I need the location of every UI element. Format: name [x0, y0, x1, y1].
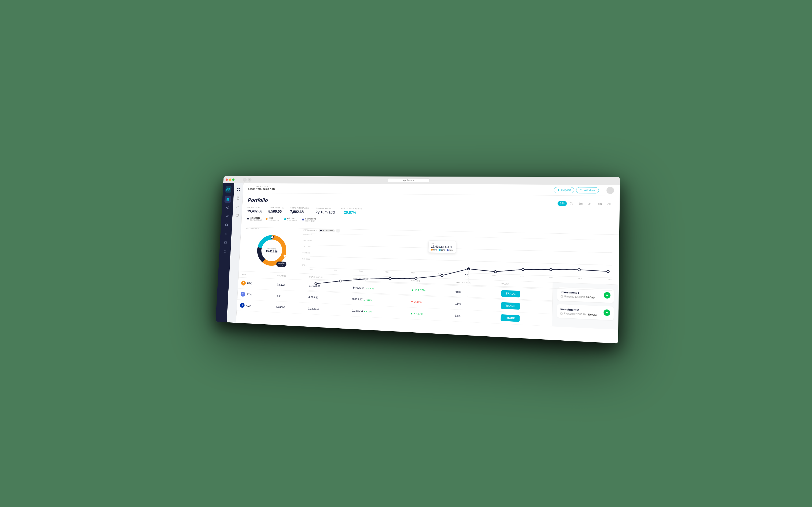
svg-line-34 [311, 245, 613, 252]
btc-icon: ₿ [241, 281, 246, 286]
svg-point-42 [389, 277, 391, 280]
eth-icon: Ξ [240, 291, 245, 297]
ada-change-value: ▲ +7.67% [410, 312, 448, 317]
investment-2-amount: 500 CAD [588, 313, 597, 316]
inner-sidebar-docs[interactable] [235, 195, 241, 201]
svg-rect-4 [228, 200, 229, 201]
tab-1m[interactable]: 1m [576, 201, 585, 206]
maximize-button[interactable] [232, 178, 234, 181]
url-bar[interactable]: apple.com [388, 178, 429, 182]
deposit-button[interactable]: Deposit [554, 187, 574, 193]
investment-2-header: Investment 2 [560, 307, 611, 317]
inner-sidebar-dashboard[interactable] [235, 186, 242, 192]
svg-point-5 [228, 207, 229, 207]
ada-icon: ₳ [240, 303, 245, 308]
tab-3m[interactable]: 3m [586, 201, 595, 206]
tooltip-legend: 68% 22% 10% [431, 248, 453, 251]
svg-point-46 [494, 270, 497, 273]
filter-btc[interactable]: BTC 11,676.61 CAD [266, 217, 280, 221]
sidebar-icon-grid[interactable] [224, 195, 231, 203]
filter-dot-all [247, 218, 249, 219]
investment-2-pause[interactable] [603, 309, 610, 316]
sidebar-icon-settings[interactable] [222, 239, 229, 246]
filter-sub-altcoins: 7,839.24 CAD [287, 219, 298, 222]
stat-growth: PORTFOLIO GROWTH ↑ 20.67% [341, 208, 362, 215]
legend-dot-altcoin [439, 249, 441, 251]
perf-dot [321, 230, 322, 231]
svg-point-31 [271, 236, 274, 239]
ada-purchase: 0.120534 [304, 302, 349, 316]
portfolio-header: Portfolio 24h 7d 1m 3m 6m All [248, 197, 613, 208]
forward-button[interactable]: › [248, 178, 252, 182]
distribution-chart: DISTRIBUTION [244, 227, 300, 270]
asset-cell-ada: ₳ ADA [237, 299, 273, 312]
svg-line-35 [310, 256, 613, 265]
performance-chart: PERFORMANCE All assets + CAD 12 [302, 229, 613, 281]
sidebar-icon-layers[interactable] [223, 222, 230, 229]
altcoins-label: Altcoins22% [276, 262, 287, 267]
filter-sub-stablecoins: 200.70 CAD [305, 220, 316, 222]
sidebar-icon-download[interactable] [223, 230, 229, 237]
svg-rect-58 [561, 313, 563, 315]
tab-all[interactable]: All [605, 202, 613, 207]
withdraw-button[interactable]: Withdraw [576, 187, 599, 193]
inner-sidebar-chart[interactable] [234, 204, 241, 210]
tooltip-date: JULY [431, 242, 453, 245]
sidebar-icon-trending[interactable] [224, 213, 230, 220]
title-bar-center: apple.com [388, 178, 429, 182]
svg-rect-22 [236, 214, 238, 216]
legend-dot-stable [447, 249, 449, 251]
legend-btc-pct: 68% [433, 248, 437, 251]
svg-point-39 [315, 282, 317, 285]
chart-area: CAD 12,500 CAD 10,000 CAD 7,500 CAD 5,00… [302, 233, 613, 281]
ada-portfolio: 12% [451, 309, 497, 324]
tab-24h[interactable]: 24h [558, 201, 567, 206]
svg-rect-3 [227, 200, 228, 201]
tab-6m[interactable]: 6m [595, 201, 604, 206]
svg-rect-63 [607, 312, 608, 314]
svg-rect-2 [228, 198, 229, 199]
perf-add-button[interactable]: + [336, 229, 340, 233]
balance-info: TOTAL BALANCE 0.0502 BTC / 26.08 CAD [248, 186, 275, 191]
stats-row: BALANCE CAD 19,402.68 TOTAL INVESTED 8,5… [247, 206, 613, 219]
svg-point-50 [607, 270, 609, 273]
investment-card-2: Investment 2 [557, 304, 614, 320]
svg-point-40 [339, 280, 341, 282]
ada-balance: 14.0000 [273, 301, 305, 314]
eth-trade-button[interactable]: TRADE [501, 302, 520, 309]
svg-rect-14 [237, 188, 238, 189]
ada-trade-cell: TRADE [497, 312, 552, 326]
filter-all[interactable]: All assets 19,402.68 CAD [247, 217, 262, 221]
close-button[interactable] [226, 178, 228, 181]
legend-altcoin: 22% [439, 249, 445, 251]
investment-2-meta: Everyweek 12:00 PM 500 CAD [560, 312, 597, 316]
svg-point-11 [225, 242, 226, 243]
inner-sidebar-monitor[interactable] [234, 212, 240, 219]
back-button[interactable]: ‹ [243, 178, 247, 182]
filter-altcoins[interactable]: Altcoins 7,839.24 CAD [284, 217, 298, 222]
device-wrapper: ‹ › apple.com [216, 176, 620, 344]
tab-7d[interactable]: 7d [568, 201, 576, 206]
asset-cell-eth: Ξ ETH [237, 288, 274, 301]
stat-balance: BALANCE CAD 19,402.68 [247, 206, 263, 214]
perf-label: PERFORMANCE [303, 229, 317, 231]
sidebar-icon-share[interactable] [224, 204, 231, 212]
ada-trade-button[interactable]: TRADE [501, 315, 520, 322]
filter-sub-btc: 11,676.61 CAD [269, 219, 280, 221]
tooltip-value: 17,402.68 CAD [431, 245, 453, 249]
stat-age: PORTFOLIO AGE 2y 10m 10d [315, 207, 335, 215]
user-avatar[interactable] [606, 187, 614, 194]
legend-btc: 68% [431, 248, 437, 251]
filter-stablecoins[interactable]: Stablecoins 200.70 CAD [302, 217, 316, 222]
sidebar-icon-help[interactable] [222, 247, 229, 255]
svg-marker-10 [225, 224, 228, 225]
ada-change: ▲ +7.67% [407, 307, 452, 321]
investment-2-schedule: Everyweek 12:00 PM [564, 312, 586, 316]
minimize-button[interactable] [229, 178, 231, 181]
svg-point-7 [228, 209, 228, 209]
svg-rect-15 [239, 188, 240, 189]
filter-label-altcoins: Altcoins [287, 217, 298, 220]
browser-nav: ‹ › [243, 178, 252, 182]
ada-market: 0.136534 ▲ +0.27% [348, 305, 407, 319]
btc-name: BTC [247, 282, 252, 285]
